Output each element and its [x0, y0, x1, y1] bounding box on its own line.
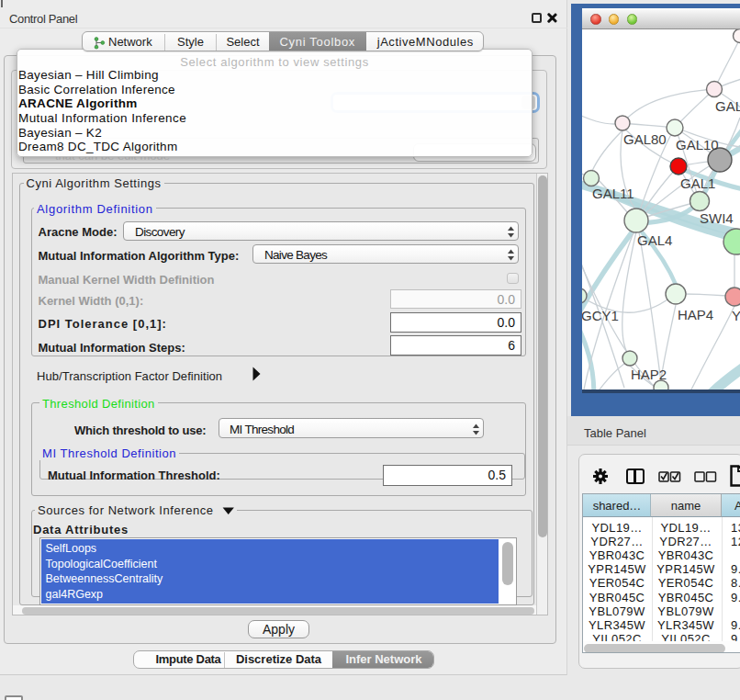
svg-text:YP: YP — [732, 308, 740, 323]
svg-text:GAL1: GAL1 — [680, 175, 715, 191]
svg-text:GCY1: GCY1 — [582, 308, 619, 323]
svg-text:HAP4: HAP4 — [678, 307, 713, 322]
svg-text:GAL2: GAL2 — [715, 98, 740, 114]
svg-text:GAL11: GAL11 — [592, 186, 634, 201]
svg-text:GAL80: GAL80 — [623, 131, 667, 147]
svg-text:SWI4: SWI4 — [700, 210, 734, 226]
svg-text:GAL4: GAL4 — [637, 232, 672, 248]
svg-text:HAP2: HAP2 — [631, 367, 667, 382]
svg-text:GAL10: GAL10 — [676, 137, 719, 152]
